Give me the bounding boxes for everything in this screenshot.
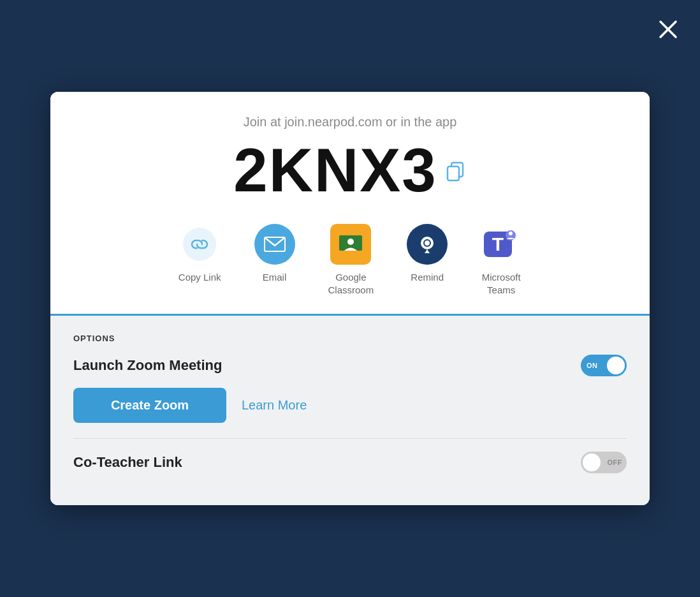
launch-zoom-toggle[interactable]: ON: [581, 355, 627, 376]
google-classroom-icon: [330, 224, 371, 265]
launch-zoom-label: Launch Zoom Meeting: [73, 357, 222, 374]
zoom-actions-row: Create Zoom Learn More: [73, 388, 627, 423]
co-teacher-toggle-knob: [583, 453, 601, 471]
co-teacher-row: Co-Teacher Link OFF: [73, 452, 627, 473]
share-email[interactable]: Email: [254, 224, 295, 284]
email-label: Email: [263, 271, 287, 284]
toggle-on-label: ON: [587, 362, 598, 369]
share-copy-link[interactable]: Copy Link: [179, 224, 221, 284]
copy-link-label: Copy Link: [179, 271, 221, 284]
divider: [73, 438, 627, 439]
session-code: 2KNX3: [233, 140, 437, 201]
email-icon: [254, 224, 295, 265]
svg-rect-3: [448, 166, 459, 181]
co-teacher-label: Co-Teacher Link: [73, 454, 182, 471]
svg-text:T: T: [492, 233, 504, 254]
create-zoom-button[interactable]: Create Zoom: [73, 388, 226, 423]
modal-options-section: OPTIONS Launch Zoom Meeting ON Create Zo…: [50, 316, 650, 505]
svg-point-17: [509, 232, 513, 235]
share-microsoft-teams[interactable]: T MicrosoftTeams: [481, 224, 521, 296]
svg-point-8: [347, 239, 354, 245]
remind-icon: [407, 224, 448, 265]
share-modal: Join at join.nearpod.com or in the app 2…: [50, 92, 650, 505]
teams-icon: T: [481, 224, 521, 265]
copy-link-icon: [179, 224, 220, 265]
join-url-text: Join at join.nearpod.com or in the app: [76, 115, 624, 129]
share-google-classroom[interactable]: GoogleClassroom: [328, 224, 374, 296]
toggle-knob: [607, 357, 625, 374]
google-classroom-label: GoogleClassroom: [328, 271, 374, 296]
toggle-off-label: OFF: [608, 459, 623, 466]
learn-more-button[interactable]: Learn More: [242, 398, 307, 413]
co-teacher-toggle[interactable]: OFF: [581, 452, 627, 473]
copy-code-button[interactable]: [444, 160, 467, 186]
modal-top-section: Join at join.nearpod.com or in the app 2…: [50, 92, 650, 316]
svg-point-13: [425, 240, 430, 246]
remind-label: Remind: [411, 271, 444, 284]
svg-rect-10: [345, 253, 356, 254]
close-button[interactable]: [654, 15, 682, 43]
share-remind[interactable]: Remind: [407, 224, 448, 284]
options-heading: OPTIONS: [73, 334, 627, 343]
svg-point-4: [183, 228, 216, 261]
share-icons-row: Copy Link Email: [76, 224, 624, 296]
teams-label: MicrosoftTeams: [482, 271, 521, 296]
code-row: 2KNX3: [76, 140, 624, 201]
launch-zoom-row: Launch Zoom Meeting ON: [73, 355, 627, 376]
